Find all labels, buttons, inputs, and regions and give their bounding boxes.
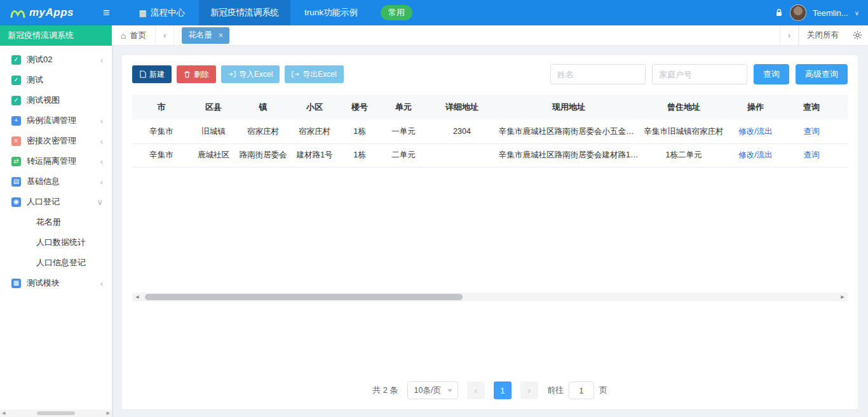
sidebar-title: 新冠疫情流调系统: [0, 25, 112, 46]
new-button[interactable]: 新建: [132, 65, 172, 83]
household-number-input[interactable]: [652, 64, 747, 84]
roster-table: 市 区县 镇 小区 楼号 单元 详细地址 现用地址 曾住地址 操作 查询: [132, 95, 848, 168]
sidebar-item-population-register[interactable]: ◉ 人口登记 ∨: [0, 192, 112, 212]
total-count: 共 2 条: [372, 385, 398, 396]
tabs-scroll-right[interactable]: ›: [780, 25, 799, 45]
module-icon: ▦: [11, 279, 21, 288]
sidebar-item-test[interactable]: ✓ 测试: [0, 70, 112, 90]
sidebar: 新冠疫情流调系统 ✓ 测试02 ‹ ✓ 测试 ✓ 测试视图 + 病例流调管理 ‹…: [0, 25, 112, 417]
col-filler: [839, 95, 848, 120]
medical-icon: +: [11, 116, 21, 126]
table-header-row: 市 区县 镇 小区 楼号 单元 详细地址 现用地址 曾住地址 操作 查询: [132, 95, 848, 120]
chevron-down-icon: ∨: [97, 197, 103, 207]
chevron-down-icon[interactable]: ∨: [855, 10, 859, 17]
logo-butterfly-icon: [10, 8, 25, 18]
chevron-left-icon: ‹: [100, 136, 103, 146]
scroll-left-icon[interactable]: ◀: [132, 293, 142, 301]
sidebar-item-population-info[interactable]: 人口信息登记: [0, 253, 112, 273]
export-excel-button[interactable]: 导出Excel: [285, 65, 343, 83]
tab-roster[interactable]: 花名册 ×: [182, 27, 229, 44]
sidebar-item-roster[interactable]: 花名册: [0, 212, 112, 232]
sidebar-item-transfer-quarantine[interactable]: ⇄ 转运隔离管理 ‹: [0, 151, 112, 171]
avatar[interactable]: [790, 4, 806, 21]
goto-page-input[interactable]: [569, 381, 594, 399]
nav-common-badge[interactable]: 常用: [381, 5, 412, 20]
nav-label: 流程中心: [151, 7, 185, 18]
advanced-query-button[interactable]: 高级查询: [796, 64, 848, 84]
col-city: 市: [132, 95, 191, 120]
chevron-left-icon: ‹: [100, 116, 103, 126]
row-query-link[interactable]: 查询: [804, 127, 820, 136]
tabs-scroll-left[interactable]: ‹: [155, 25, 174, 45]
edit-flow-link[interactable]: 修改/流出: [738, 127, 772, 136]
col-current-address: 现用地址: [497, 95, 641, 120]
name-input[interactable]: [550, 64, 646, 84]
table-horizontal-scrollbar[interactable]: ◀ ▶: [132, 293, 848, 301]
toolbar: 新建 删除 导入Excel 导出Excel: [132, 64, 848, 84]
topbar: myApps ≡ ▦ 流程中心 新冠疫情流调系统 trunk功能示例 常用 Te…: [0, 0, 868, 25]
sidebar-item-test-module[interactable]: ▦ 测试模块 ‹: [0, 273, 112, 293]
col-former-address: 曾住地址: [641, 95, 727, 120]
col-county: 区县: [191, 95, 236, 120]
table-row[interactable]: 辛集市 旧城镇 宿家庄村 宿家庄村 1栋 一单元 2304 辛集市鹿城社区路南街…: [132, 120, 848, 143]
chevron-down-icon: [447, 389, 452, 392]
table-row[interactable]: 辛集市 鹿城社区 路南街居委会 建材路1号 1栋 二单元 辛集市鹿城社区路南街居…: [132, 143, 848, 167]
sidebar-horizontal-scrollbar[interactable]: ◀ ▶: [0, 409, 112, 417]
trash-icon: [184, 70, 191, 78]
page-size-select[interactable]: 10条/页: [407, 381, 458, 399]
row-query-link[interactable]: 查询: [804, 150, 820, 159]
nav-process-center[interactable]: ▦ 流程中心: [128, 0, 196, 25]
home-icon: ⌂: [121, 30, 126, 41]
sidebar-item-population-stats[interactable]: 人口数据统计: [0, 232, 112, 253]
delete-button[interactable]: 删除: [177, 65, 216, 83]
edit-flow-link[interactable]: 修改/流出: [738, 150, 772, 159]
col-operations: 操作: [727, 95, 784, 120]
query-button[interactable]: 查询: [754, 64, 789, 84]
col-community: 小区: [290, 95, 339, 120]
user-name[interactable]: Teemlin...: [813, 8, 848, 18]
nav-covid-system[interactable]: 新冠疫情流调系统: [199, 0, 290, 25]
scroll-right-icon[interactable]: ▶: [107, 411, 110, 416]
page-number-1[interactable]: 1: [494, 381, 512, 399]
sidebar-collapse-icon[interactable]: ≡: [103, 6, 110, 20]
col-building: 楼号: [339, 95, 380, 120]
document-icon: ▤: [11, 177, 21, 187]
lock-icon[interactable]: [775, 8, 783, 17]
chevron-left-icon: ‹: [100, 279, 103, 288]
prev-page-button[interactable]: ‹: [467, 381, 485, 399]
main-area: ⌂ 首页 ‹ 花名册 × › 关闭所有: [112, 25, 868, 417]
scroll-right-icon[interactable]: ▶: [837, 293, 848, 301]
col-unit: 单元: [380, 95, 427, 120]
sidebar-item-basic-info[interactable]: ▤ 基础信息 ‹: [0, 171, 112, 192]
app-logo[interactable]: myApps: [10, 6, 74, 19]
topbar-right: Teemlin... ∨: [775, 4, 859, 21]
export-icon: [292, 70, 299, 78]
people-icon: ◉: [11, 197, 21, 207]
table-viewport: 市 区县 镇 小区 楼号 单元 详细地址 现用地址 曾住地址 操作 查询: [132, 95, 848, 293]
scrollbar-thumb[interactable]: [37, 411, 75, 415]
check-icon: ✓: [11, 96, 21, 105]
sidebar-item-test-view[interactable]: ✓ 测试视图: [0, 90, 112, 110]
sidebar-menu: ✓ 测试02 ‹ ✓ 测试 ✓ 测试视图 + 病例流调管理 ‹ ≡ 密接次密管理…: [0, 46, 112, 409]
roster-card: 新建 删除 导入Excel 导出Excel: [122, 55, 858, 409]
close-icon[interactable]: ×: [219, 31, 223, 40]
scroll-left-icon[interactable]: ◀: [2, 411, 5, 416]
nav-trunk-demo[interactable]: trunk功能示例: [293, 0, 369, 25]
tab-bar: ⌂ 首页 ‹ 花名册 × › 关闭所有: [112, 25, 868, 46]
pagination: 共 2 条 10条/页 ‹ 1 › 前往 页: [132, 375, 848, 403]
col-query: 查询: [784, 95, 839, 120]
gear-icon[interactable]: [846, 25, 868, 45]
close-all-button[interactable]: 关闭所有: [799, 25, 846, 45]
goto-page: 前往 页: [547, 381, 607, 399]
check-icon: ✓: [11, 76, 21, 85]
grid-icon: ▦: [139, 8, 147, 18]
sidebar-item-case-survey[interactable]: + 病例流调管理 ‹: [0, 110, 112, 131]
import-excel-button[interactable]: 导入Excel: [221, 65, 280, 83]
sidebar-item-close-contact[interactable]: ≡ 密接次密管理 ‹: [0, 131, 112, 151]
filter-bar: 查询 高级查询: [550, 64, 848, 84]
sidebar-item-test02[interactable]: ✓ 测试02 ‹: [0, 50, 112, 70]
transfer-icon: ⇄: [11, 157, 21, 166]
next-page-button[interactable]: ›: [520, 381, 538, 399]
scrollbar-thumb[interactable]: [145, 294, 463, 300]
tab-home[interactable]: ⌂ 首页: [112, 25, 155, 45]
